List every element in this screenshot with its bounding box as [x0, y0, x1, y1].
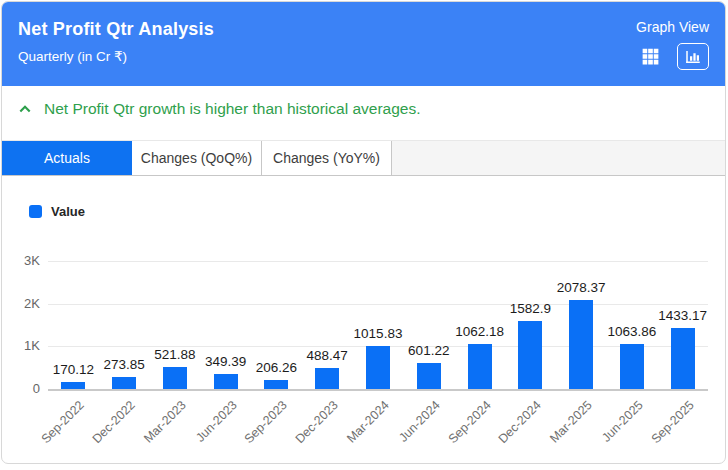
insight-text: Net Profit Qtr growth is higher than his… [44, 100, 420, 118]
tab-actuals[interactable]: Actuals [2, 141, 132, 175]
bar-value-label: 1062.18 [435, 324, 525, 339]
bar-value-label: 1063.86 [587, 324, 677, 339]
header-titles: Net Profit Qtr Analysis Quarterly (in Cr… [18, 19, 214, 64]
y-axis-tick: 3K [2, 253, 40, 268]
bar-Sep-2022[interactable] [61, 382, 85, 389]
net-profit-analysis-card: Net Profit Qtr Analysis Quarterly (in Cr… [1, 1, 726, 464]
bar-value-label: 488.47 [282, 348, 372, 363]
bar-Jun-2025[interactable] [620, 344, 644, 389]
bar-Sep-2024[interactable] [468, 344, 492, 389]
view-switcher: Graph View [636, 19, 709, 70]
bar-value-label: 1433.17 [638, 308, 726, 323]
page-subtitle: Quarterly (in Cr ₹) [18, 48, 214, 64]
legend-swatch [29, 205, 42, 218]
y-axis-tick: 0 [2, 381, 40, 396]
bar-Sep-2025[interactable] [671, 328, 695, 389]
bar-Jun-2024[interactable] [417, 363, 441, 389]
table-view-icon[interactable] [640, 46, 661, 67]
bar-chart: 01K2K3K170.12Sep-2022273.85Dec-2022521.8… [2, 229, 725, 461]
y-axis-tick: 1K [2, 338, 40, 353]
insight-banner: Net Profit Qtr growth is higher than his… [2, 86, 725, 128]
tab-changes-qoq[interactable]: Changes (QoQ%) [132, 141, 262, 175]
bar-value-label: 2078.37 [536, 280, 626, 295]
page-title: Net Profit Qtr Analysis [18, 19, 214, 40]
y-axis-tick: 2K [2, 296, 40, 311]
chart-legend[interactable]: Value [29, 203, 725, 219]
view-switcher-label: Graph View [636, 19, 709, 35]
bar-Mar-2023[interactable] [163, 367, 187, 389]
gridline-3K [48, 261, 708, 262]
chevron-up-icon [15, 99, 35, 119]
graph-view-icon[interactable] [677, 43, 709, 70]
tab-bar: Actuals Changes (QoQ%) Changes (YoY%) [2, 140, 725, 176]
bar-value-label: 601.22 [384, 343, 474, 358]
card-header: Net Profit Qtr Analysis Quarterly (in Cr… [2, 2, 725, 86]
bar-Jun-2023[interactable] [214, 374, 238, 389]
gridline-2K [48, 304, 708, 305]
bar-value-label: 1582.9 [485, 301, 575, 316]
bar-Sep-2023[interactable] [264, 380, 288, 389]
bar-Mar-2025[interactable] [569, 300, 593, 389]
gridline-0 [48, 389, 708, 391]
tab-changes-yoy[interactable]: Changes (YoY%) [262, 141, 392, 175]
bar-Dec-2023[interactable] [315, 368, 339, 389]
bar-value-label: 1015.83 [333, 326, 423, 341]
bar-Dec-2022[interactable] [112, 377, 136, 389]
bar-Dec-2024[interactable] [518, 321, 542, 389]
legend-label: Value [51, 204, 85, 219]
